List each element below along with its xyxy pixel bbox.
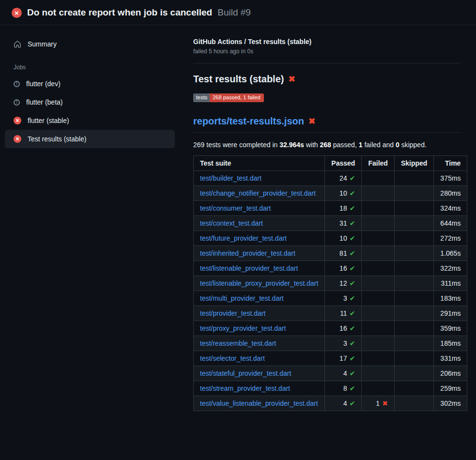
suite-cell: test/builder_test.dart (194, 171, 325, 186)
passed-cell: 18✔ (325, 201, 362, 216)
count-value: 12 (339, 279, 347, 287)
time-cell: 375ms (434, 171, 467, 186)
suite-cell: test/consumer_test.dart (194, 201, 325, 216)
skipped-cell (394, 231, 433, 246)
suite-link[interactable]: test/inherited_provider_test.dart (200, 249, 295, 257)
suite-link[interactable]: test/listenable_proxy_provider_test.dart (200, 279, 318, 287)
time-cell: 331ms (434, 351, 467, 366)
skipped-cell (394, 351, 433, 366)
passed-cell: 12✔ (325, 276, 362, 291)
skipped-cell (394, 171, 433, 186)
count-value: 31 (339, 219, 347, 227)
passed-cell: 3✔ (325, 336, 362, 351)
check-icon: ✔ (350, 294, 355, 302)
sidebar-job-flutter-beta[interactable]: !flutter (beta) (5, 93, 175, 111)
suite-cell: test/multi_provider_test.dart (194, 291, 325, 306)
suite-link[interactable]: test/reassemble_test.dart (200, 339, 276, 347)
suite-link[interactable]: test/proxy_provider_test.dart (200, 324, 286, 332)
test-suite-row: test/future_provider_test.dart10✔272ms (194, 231, 467, 246)
passed-cell: 4✔ (325, 366, 362, 381)
test-suite-row: test/listenable_proxy_provider_test.dart… (194, 276, 467, 291)
check-icon: ✔ (350, 219, 355, 227)
time-cell: 311ms (434, 276, 467, 291)
suite-cell: test/stateful_provider_test.dart (194, 366, 325, 381)
passed-cell: 31✔ (325, 216, 362, 231)
sidebar-job-flutter-stable[interactable]: ×flutter (stable) (5, 111, 175, 130)
cross-mark-icon: ✖ (288, 74, 295, 84)
col-header-passed: Passed (325, 156, 362, 171)
time-cell: 183ms (434, 291, 467, 306)
badge-label: tests (193, 93, 210, 102)
time-cell: 644ms (434, 216, 467, 231)
suite-cell: test/stream_provider_test.dart (194, 381, 325, 396)
suite-link[interactable]: test/multi_provider_test.dart (200, 294, 284, 302)
count-value: 10 (339, 234, 347, 242)
suite-link[interactable]: test/consumer_test.dart (200, 204, 271, 212)
suite-link[interactable]: test/listenable_provider_test.dart (200, 264, 298, 272)
summary-passed-count: 268 (320, 141, 331, 149)
failed-cell (362, 201, 394, 216)
time-cell: 272ms (434, 231, 467, 246)
sidebar: Summary Jobs !flutter (dev)!flutter (bet… (0, 25, 180, 158)
count-value: 8 (343, 384, 347, 392)
suite-link[interactable]: test/change_notifier_provider_test.dart (200, 189, 316, 197)
summary-suffix: skipped. (399, 141, 427, 149)
skipped-cell (394, 336, 433, 351)
skipped-cell (394, 321, 433, 336)
sidebar-job-test-results-stable[interactable]: ×Test results (stable) (5, 130, 175, 148)
skipped-cell (394, 306, 433, 321)
test-suite-row: test/reassemble_test.dart3✔185ms (194, 336, 467, 351)
test-suite-row: test/consumer_test.dart18✔324ms (194, 201, 467, 216)
col-header-failed: Failed (362, 156, 394, 171)
skipped-cell (394, 261, 433, 276)
suite-link[interactable]: test/context_test.dart (200, 219, 263, 227)
report-file-link[interactable]: reports/test-results.json (193, 116, 304, 127)
section-title-text: Test results (stable) (193, 74, 284, 85)
suite-link[interactable]: test/builder_test.dart (200, 174, 261, 182)
job-label: flutter (dev) (26, 80, 61, 88)
count-value: 11 (340, 309, 347, 317)
time-cell: 280ms (434, 186, 467, 201)
run-title: Do not create report when job is cancell… (27, 7, 212, 18)
passed-cell: 4✔ (325, 396, 362, 411)
neutral-status-icon: ! (14, 81, 20, 87)
col-header-test-suite: Test suite (194, 156, 325, 171)
failed-cell (362, 291, 394, 306)
test-suite-row: test/builder_test.dart24✔375ms (194, 171, 467, 186)
sidebar-summary-label: Summary (28, 40, 57, 48)
suite-link[interactable]: test/future_provider_test.dart (200, 234, 287, 242)
check-icon: ✔ (350, 339, 355, 347)
suite-link[interactable]: test/provider_test.dart (200, 309, 265, 317)
failed-cell (362, 351, 394, 366)
skipped-cell (394, 246, 433, 261)
failed-cell (362, 276, 394, 291)
home-icon (14, 40, 21, 48)
failed-cell (362, 336, 394, 351)
suite-link[interactable]: test/stateful_provider_test.dart (200, 369, 291, 377)
sidebar-job-flutter-dev[interactable]: !flutter (dev) (5, 75, 175, 93)
sidebar-item-summary[interactable]: Summary (5, 35, 175, 53)
summary-line: 269 tests were completed in 32.964s with… (193, 141, 461, 149)
passed-cell: 10✔ (325, 186, 362, 201)
time-cell: 302ms (434, 396, 467, 411)
failed-cell (362, 231, 394, 246)
summary-prefix: 269 tests were completed in (193, 141, 279, 149)
suite-link[interactable]: test/selector_test.dart (200, 354, 265, 362)
report-title: reports/test-results.json ✖ (193, 116, 461, 133)
job-label: flutter (beta) (26, 98, 62, 106)
passed-cell: 11✔ (325, 306, 362, 321)
time-cell: 322ms (434, 261, 467, 276)
failed-cell (362, 366, 394, 381)
test-suite-row: test/change_notifier_provider_test.dart1… (194, 186, 467, 201)
suite-link[interactable]: test/value_listenable_provider_test.dart (200, 399, 318, 407)
count-value: 17 (339, 354, 347, 362)
table-header-row: Test suite Passed Failed Skipped Time (194, 156, 467, 171)
passed-cell: 16✔ (325, 261, 362, 276)
summary-mid3: failed and (363, 141, 396, 149)
check-icon: ✔ (350, 399, 355, 407)
test-suite-row: test/stream_provider_test.dart8✔259ms (194, 381, 467, 396)
count-value: 16 (339, 264, 347, 272)
failed-cell: 1✖ (362, 396, 394, 411)
suite-link[interactable]: test/stream_provider_test.dart (200, 384, 290, 392)
tests-badge: tests 268 passed, 1 failed (193, 93, 264, 102)
